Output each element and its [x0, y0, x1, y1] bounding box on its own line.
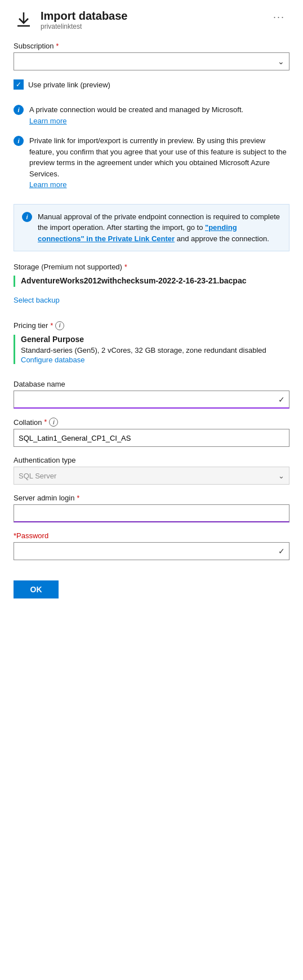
pricing-tier-label: Pricing tier: [14, 321, 48, 330]
page-header: Import database privatelinktest ···: [14, 9, 289, 30]
info-block-1: i A private connection would be created …: [14, 104, 289, 126]
pricing-required: *: [50, 322, 53, 330]
learn-more-link-2[interactable]: Learn more: [29, 180, 66, 189]
info-icon-3: i: [22, 212, 32, 222]
pricing-details: Standard-series (Gen5), 2 vCores, 32 GB …: [21, 345, 289, 356]
auth-chevron-icon: ⌄: [278, 472, 284, 480]
collation-label: Collation: [14, 418, 42, 427]
storage-filename: AdventureWorks2012withchecksum-2022-2-16…: [21, 276, 289, 287]
collation-input[interactable]: [14, 429, 289, 447]
check-icon: ✓: [16, 81, 21, 88]
chevron-down-icon: ⌄: [278, 57, 284, 66]
select-backup-link[interactable]: Select backup: [14, 296, 60, 304]
info-icon-2: i: [14, 136, 24, 146]
subscription-label: Subscription: [14, 42, 54, 50]
storage-section: Storage (Premium not supported) * Advent…: [14, 263, 289, 304]
server-admin-login-field: Server admin login *: [14, 494, 289, 522]
ellipsis-button[interactable]: ···: [269, 9, 289, 25]
storage-required: *: [124, 263, 127, 271]
storage-label: Storage (Premium not supported): [14, 263, 122, 271]
collation-info-icon[interactable]: i: [49, 418, 58, 427]
collation-field: Collation * i: [14, 418, 289, 447]
pricing-title: General Purpose: [21, 335, 289, 344]
storage-box: AdventureWorks2012withchecksum-2022-2-16…: [14, 276, 289, 287]
database-name-input[interactable]: [14, 391, 289, 409]
pricing-info-icon[interactable]: i: [55, 321, 64, 330]
database-name-field: Database name ✓: [14, 380, 289, 409]
info-i-icon: i: [17, 107, 19, 113]
database-name-check-icon: ✓: [278, 395, 285, 404]
password-field: *Password ✓: [14, 531, 289, 560]
subscription-required: *: [56, 42, 59, 50]
server-admin-required: *: [77, 494, 79, 502]
info-icon-1: i: [14, 105, 24, 115]
info-text-3: Manual approval of the private endpoint …: [38, 211, 281, 245]
info-i-icon-2: i: [17, 138, 19, 144]
page-subtitle: privatelinktest: [41, 23, 127, 30]
password-input[interactable]: [14, 542, 289, 560]
password-check-icon: ✓: [278, 547, 285, 556]
subscription-field: Subscription * ⌄: [14, 42, 289, 70]
collation-required: *: [44, 418, 47, 426]
info-i-icon-3: i: [26, 214, 28, 220]
auth-type-value: SQL Server: [19, 472, 56, 480]
learn-more-link-1[interactable]: Learn more: [29, 117, 66, 125]
auth-type-dropdown[interactable]: SQL Server ⌄: [14, 467, 289, 485]
password-label: *Password: [14, 531, 48, 540]
info-text-2: Private link for import/export is curren…: [29, 135, 289, 190]
private-link-label: Use private link (preview): [28, 81, 110, 89]
info-text-1: A private connection would be created an…: [29, 104, 243, 126]
info-block-2: i Private link for import/export is curr…: [14, 135, 289, 190]
private-link-checkbox[interactable]: ✓: [14, 79, 24, 90]
configure-database-link[interactable]: Configure database: [21, 356, 84, 364]
ok-button[interactable]: OK: [14, 580, 59, 598]
auth-type-label: Authentication type: [14, 456, 76, 464]
blue-info-box: i Manual approval of the private endpoin…: [14, 204, 289, 252]
import-icon: [14, 10, 34, 30]
database-name-label: Database name: [14, 380, 65, 388]
private-link-checkbox-row[interactable]: ✓ Use private link (preview): [14, 79, 289, 90]
server-admin-label: Server admin login: [14, 494, 74, 502]
page-title: Import database: [41, 9, 127, 23]
server-admin-input[interactable]: [14, 504, 289, 522]
authentication-type-field: Authentication type SQL Server ⌄: [14, 456, 289, 485]
pricing-box: General Purpose Standard-series (Gen5), …: [14, 335, 289, 365]
subscription-dropdown[interactable]: ⌄: [14, 52, 289, 70]
pricing-tier-section: Pricing tier * i General Purpose Standar…: [14, 321, 289, 365]
